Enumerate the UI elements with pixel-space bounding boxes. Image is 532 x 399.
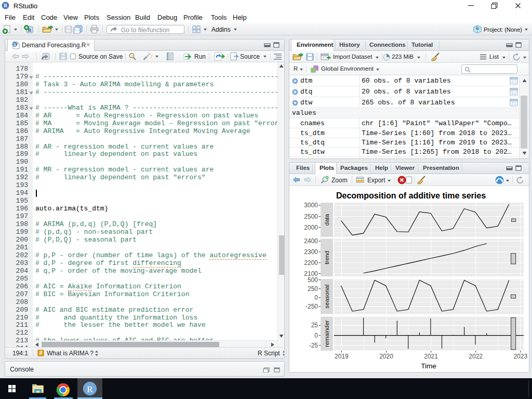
svg-text:3000: 3000	[304, 202, 318, 209]
svg-text:2019: 2019	[335, 353, 349, 360]
svg-text:R: R	[87, 384, 93, 394]
svg-text:remainder: remainder	[324, 320, 330, 347]
svg-text:-250: -250	[305, 303, 318, 310]
svg-text:2500: 2500	[304, 213, 318, 220]
svg-text:2300: 2300	[304, 248, 318, 256]
svg-text:2023: 2023	[513, 353, 527, 360]
svg-text:R: R	[14, 43, 17, 47]
svg-text:250: 250	[308, 285, 318, 292]
svg-text:500: 500	[308, 276, 318, 284]
svg-text:R: R	[4, 3, 8, 8]
svg-text:2000: 2000	[304, 224, 318, 231]
svg-text:data: data	[324, 214, 330, 225]
svg-text:25: 25	[311, 322, 318, 329]
svg-text:-25: -25	[309, 342, 318, 349]
svg-text:Decomposition of additive time: Decomposition of additive time series	[336, 191, 486, 200]
svg-text:0: 0	[314, 332, 318, 339]
svg-text:0: 0	[314, 294, 318, 301]
svg-text:seasonal: seasonal	[324, 285, 330, 309]
svg-text:trend: trend	[324, 251, 330, 264]
svg-text:2020: 2020	[379, 353, 393, 360]
svg-text:2200: 2200	[304, 259, 318, 267]
svg-text:Time: Time	[421, 362, 436, 370]
svg-text:2400: 2400	[304, 237, 318, 245]
svg-text:2021: 2021	[424, 353, 438, 360]
svg-text:2022: 2022	[469, 353, 483, 360]
svg-text:R: R	[476, 26, 479, 31]
